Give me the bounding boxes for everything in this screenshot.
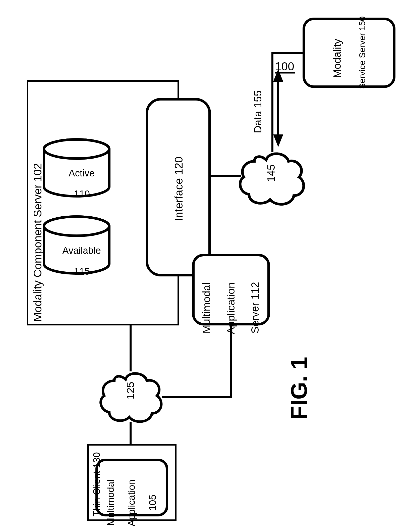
- data-label: Data 155: [252, 90, 264, 133]
- diagram-canvas: 100 Modality Component Server 102 Active…: [0, 0, 405, 532]
- app-l2: Application: [126, 479, 137, 526]
- modality-service-server-label: Modality Service Server 150: [319, 28, 380, 101]
- mas-l2: Application: [225, 282, 237, 334]
- cloud-125-label: 125: [125, 370, 137, 411]
- mss-l2: Service Server 150: [357, 16, 367, 89]
- figure-caption: FIG. 1: [286, 357, 312, 420]
- app-l3: 105: [147, 495, 158, 510]
- app-l1: Multimodal: [105, 479, 116, 526]
- data-arrow: [273, 69, 283, 147]
- mas-l1: Multimodal: [201, 282, 212, 333]
- cylinder-available-l1: Available: [62, 245, 101, 256]
- svg-marker-6: [273, 134, 283, 147]
- multimodal-app-server-label: Multimodal Application Server 112: [189, 285, 273, 345]
- cylinder-active-l2: 110: [74, 189, 90, 199]
- cylinder-available-label: Available 115: [44, 235, 109, 287]
- figure-number: 100: [275, 60, 294, 73]
- svg-point-3: [44, 217, 109, 236]
- mss-l1: Modality: [331, 39, 343, 78]
- mas-l3: Server 112: [249, 282, 261, 333]
- interface-label: Interface 120: [172, 157, 185, 221]
- svg-point-1: [44, 139, 109, 159]
- cylinder-active-l1: Active: [69, 168, 94, 178]
- modality-component-server-title: Modality Component Server 102: [31, 163, 44, 322]
- cloud-145-label: 145: [265, 153, 277, 193]
- multimodal-application-label: Multimodal Application 105: [95, 477, 169, 532]
- cylinder-active-label: Active 110: [44, 158, 109, 210]
- cylinder-available-l2: 115: [74, 266, 90, 277]
